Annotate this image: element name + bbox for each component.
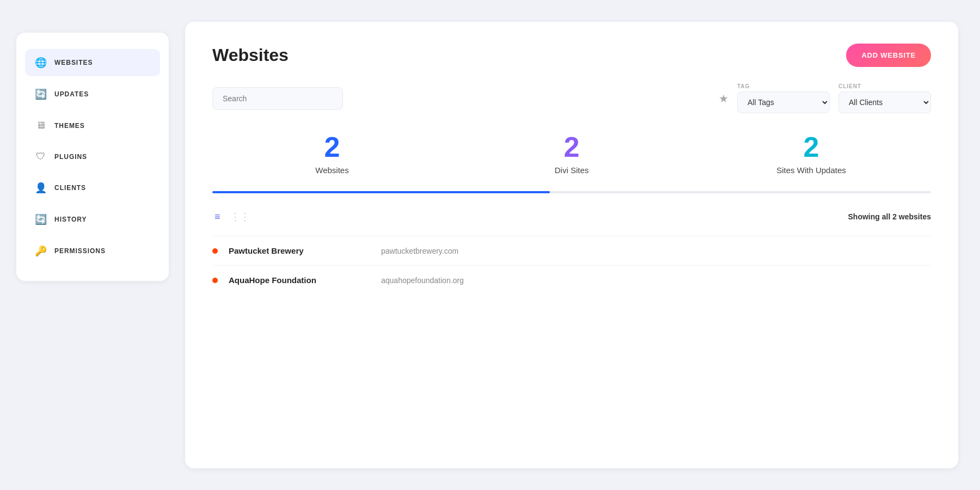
stats-row: 2 Websites 2 Divi Sites 2 Sites With Upd…	[212, 133, 931, 191]
filters-row: ★ TAG All Tags CLIENT All Clients	[212, 83, 931, 113]
sidebar-item-label-websites: WEBSITES	[54, 59, 93, 66]
sidebar-item-label-permissions: PERMISSIONS	[54, 247, 106, 255]
sidebar-item-label-plugins: PLUGINS	[54, 153, 87, 161]
stat-number: 2	[212, 133, 452, 161]
website-url: aquahopefoundation.org	[381, 276, 464, 285]
sidebar-item-updates[interactable]: 🔄 UPDATES	[25, 81, 160, 108]
stat-item-sites-with-updates: 2 Sites With Updates	[691, 133, 931, 175]
sidebar-item-themes[interactable]: 🖥 THEMES	[25, 112, 160, 139]
stat-item-divi-sites: 2 Divi Sites	[452, 133, 691, 175]
view-toggle: ≡ ⋮⋮	[212, 209, 252, 225]
sidebar-item-label-themes: THEMES	[54, 122, 85, 130]
stat-number: 2	[452, 133, 691, 161]
sidebar: 🌐 WEBSITES 🔄 UPDATES 🖥 THEMES 🛡 PLUGINS …	[16, 33, 169, 281]
website-url: pawtucketbrewery.com	[381, 247, 458, 255]
stat-item-websites: 2 Websites	[212, 133, 452, 175]
search-input[interactable]	[212, 87, 343, 110]
table-row[interactable]: AquaHope Foundation aquahopefoundation.o…	[212, 265, 931, 295]
history-icon: 🔄	[35, 213, 47, 225]
grid-view-button[interactable]: ⋮⋮	[228, 209, 252, 225]
progress-bar-track	[212, 191, 931, 193]
stat-label: Divi Sites	[452, 166, 691, 175]
page-title: Websites	[212, 45, 289, 65]
sidebar-item-history[interactable]: 🔄 HISTORY	[25, 206, 160, 233]
main-content: Websites ADD WEBSITE ★ TAG All Tags CLIE…	[169, 0, 980, 490]
favorite-icon[interactable]: ★	[719, 92, 728, 105]
add-website-button[interactable]: ADD WEBSITE	[846, 44, 931, 67]
content-card: Websites ADD WEBSITE ★ TAG All Tags CLIE…	[185, 22, 958, 468]
website-list: Pawtucket Brewery pawtucketbrewery.com A…	[212, 236, 931, 295]
sidebar-item-label-updates: UPDATES	[54, 90, 89, 98]
sidebar-item-plugins[interactable]: 🛡 PLUGINS	[25, 143, 160, 170]
sidebar-item-label-clients: CLIENTS	[54, 184, 86, 192]
content-header: Websites ADD WEBSITE	[212, 44, 931, 67]
websites-icon: 🌐	[35, 57, 47, 69]
clients-icon: 👤	[35, 182, 47, 194]
plugins-icon: 🛡	[35, 151, 47, 162]
client-label: CLIENT	[838, 83, 931, 89]
showing-text: Showing all 2 websites	[848, 212, 931, 221]
sidebar-item-label-history: HISTORY	[54, 216, 87, 223]
stat-number: 2	[691, 133, 931, 161]
stat-label: Sites With Updates	[691, 166, 931, 175]
progress-bar-fill	[212, 191, 550, 193]
client-filter-group: CLIENT All Clients	[838, 83, 931, 113]
status-dot	[212, 248, 218, 254]
website-name: AquaHope Foundation	[229, 275, 370, 285]
client-select[interactable]: All Clients	[838, 91, 931, 113]
tag-filter-group: TAG All Tags	[737, 83, 830, 113]
sidebar-item-permissions[interactable]: 🔑 PERMISSIONS	[25, 237, 160, 265]
list-view-button[interactable]: ≡	[212, 209, 223, 225]
table-row[interactable]: Pawtucket Brewery pawtucketbrewery.com	[212, 236, 931, 265]
themes-icon: 🖥	[35, 120, 47, 131]
stat-label: Websites	[212, 166, 452, 175]
status-dot	[212, 278, 218, 283]
tag-label: TAG	[737, 83, 830, 89]
tag-select[interactable]: All Tags	[737, 91, 830, 113]
sidebar-item-clients[interactable]: 👤 CLIENTS	[25, 174, 160, 201]
website-name: Pawtucket Brewery	[229, 246, 370, 255]
list-controls: ≡ ⋮⋮ Showing all 2 websites	[212, 209, 931, 225]
permissions-icon: 🔑	[35, 245, 47, 257]
updates-icon: 🔄	[35, 88, 47, 100]
sidebar-item-websites[interactable]: 🌐 WEBSITES	[25, 49, 160, 76]
